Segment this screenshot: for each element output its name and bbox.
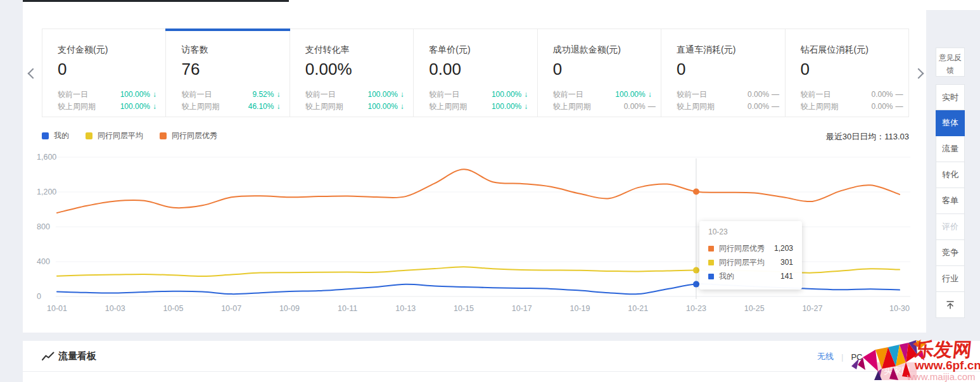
compare-value: 100.00% bbox=[606, 89, 646, 101]
flat-dash-icon bbox=[646, 101, 659, 113]
card-refund-amount[interactable]: 成功退款金额(元) 0 较前一日100.00% 较上周同期0.00% bbox=[538, 29, 661, 117]
card-value: 0 bbox=[677, 60, 784, 79]
hover-dot bbox=[693, 189, 699, 195]
down-arrow-icon bbox=[398, 101, 412, 113]
hover-dot bbox=[693, 267, 699, 274]
sidebar-item-traffic[interactable]: 流量 bbox=[936, 136, 965, 162]
compare-label: 较前一日 bbox=[429, 89, 482, 101]
compare-value: 0.00% bbox=[606, 101, 646, 113]
x-tick-label: 10-15 bbox=[454, 304, 474, 313]
down-arrow-icon bbox=[398, 89, 412, 101]
x-tick-label: 10-03 bbox=[105, 304, 125, 313]
legend-swatch-icon bbox=[86, 132, 92, 139]
card-value: 0.00% bbox=[305, 60, 413, 79]
compare-label: 较上周同期 bbox=[305, 101, 359, 113]
down-arrow-icon bbox=[521, 101, 535, 113]
sidebar-item-reviews[interactable]: 评价 bbox=[936, 214, 965, 240]
legend-label: 同行同层优秀 bbox=[172, 131, 217, 141]
flat-dash-icon bbox=[769, 101, 783, 113]
avg-30d-caption: 最近30日日均：113.03 bbox=[719, 131, 909, 143]
device-switch: 无线 | PC bbox=[817, 351, 862, 362]
divider: | bbox=[841, 352, 843, 362]
down-arrow-icon bbox=[521, 89, 535, 101]
down-arrow-icon bbox=[646, 89, 659, 101]
series-line-同行同层优秀 bbox=[57, 169, 900, 213]
legend-label: 同行同层平均 bbox=[98, 131, 143, 141]
x-tick-label: 10-27 bbox=[802, 304, 822, 313]
metric-cards-row: 支付金额(元) 0 较前一日100.00% 较上周同期100.00% 访客数 7… bbox=[42, 29, 909, 117]
card-title: 客单价(元) bbox=[429, 44, 537, 56]
card-value: 0.00 bbox=[429, 60, 537, 79]
compare-label: 较前一日 bbox=[181, 89, 234, 101]
card-value: 76 bbox=[181, 60, 289, 79]
compare-value: 9.52% bbox=[234, 89, 274, 101]
card-avg-order-value[interactable]: 客单价(元) 0.00 较前一日100.00% 较上周同期100.00% bbox=[414, 29, 537, 117]
compare-label: 较前一日 bbox=[305, 89, 359, 101]
down-arrow-icon bbox=[274, 101, 288, 113]
card-title: 成功退款金额(元) bbox=[553, 44, 661, 56]
card-value: 0 bbox=[58, 60, 165, 79]
traffic-board-section: 流量看板 无线 | PC bbox=[23, 341, 980, 382]
compare-label: 较前一日 bbox=[801, 89, 854, 101]
y-tick-label: 1,200 bbox=[37, 188, 56, 196]
top-edge-bar bbox=[23, 0, 289, 2]
compare-value: 100.00% bbox=[111, 89, 150, 101]
legend-item-mine[interactable]: 我的 bbox=[42, 131, 69, 141]
x-tick-label: 10-23 bbox=[686, 304, 706, 313]
legend-item-peer-best[interactable]: 同行同层优秀 bbox=[160, 131, 217, 141]
flat-dash-icon bbox=[893, 89, 907, 101]
compare-label: 较前一日 bbox=[553, 89, 606, 101]
tooltip-row: 同行同层平均301 bbox=[708, 255, 793, 269]
compare-value: 0.00% bbox=[854, 101, 893, 113]
x-tick-label: 10-07 bbox=[221, 304, 241, 313]
compare-label: 较上周同期 bbox=[553, 101, 606, 113]
y-tick-label: 1,600 bbox=[37, 153, 56, 162]
card-value: 0 bbox=[801, 60, 908, 79]
sidebar-item-industry[interactable]: 行业 bbox=[936, 266, 965, 292]
compare-label: 较上周同期 bbox=[677, 101, 730, 113]
right-sidebar: 意见反馈 实时 整体 流量 转化 客单 评价 竞争 行业 bbox=[936, 48, 965, 318]
down-arrow-icon bbox=[274, 89, 288, 101]
card-pay-amount[interactable]: 支付金额(元) 0 较前一日100.00% 较上周同期100.00% bbox=[42, 29, 166, 117]
card-diamond-spend[interactable]: 钻石展位消耗(元) 0 较前一日0.00% 较上周同期0.00% bbox=[786, 29, 908, 117]
card-conversion-rate[interactable]: 支付转化率 0.00% 较前一日100.00% 较上周同期100.00% bbox=[290, 29, 414, 117]
card-visitors[interactable]: 访客数 76 较前一日9.52% 较上周同期46.10% bbox=[166, 29, 290, 117]
x-tick-label: 10-17 bbox=[512, 304, 532, 313]
tooltip-row: 同行同层优秀1,203 bbox=[708, 241, 793, 255]
feedback-button[interactable]: 意见反馈 bbox=[936, 48, 965, 77]
sidebar-item-competition[interactable]: 竞争 bbox=[936, 240, 965, 266]
hover-dot bbox=[693, 281, 699, 288]
compare-value: 100.00% bbox=[359, 89, 398, 101]
legend-swatch-icon bbox=[708, 246, 714, 251]
compare-value: 46.10% bbox=[234, 101, 274, 113]
card-value: 0 bbox=[553, 60, 661, 79]
compare-value: 0.00% bbox=[854, 89, 893, 101]
trend-icon bbox=[42, 352, 54, 362]
compare-label: 较上周同期 bbox=[801, 101, 854, 113]
flat-dash-icon bbox=[893, 101, 907, 113]
section-title: 流量看板 bbox=[58, 350, 96, 362]
compare-label: 较前一日 bbox=[677, 89, 730, 101]
tooltip-row: 我的141 bbox=[708, 269, 793, 283]
active-card-bar bbox=[165, 29, 290, 31]
legend-item-peer-avg[interactable]: 同行同层平均 bbox=[86, 131, 143, 141]
back-to-top-icon bbox=[945, 300, 955, 310]
sidebar-item-conversion[interactable]: 转化 bbox=[936, 162, 965, 188]
x-tick-label: 10-25 bbox=[744, 304, 765, 313]
tab-pc[interactable]: PC bbox=[851, 352, 862, 362]
back-to-top-button[interactable] bbox=[936, 292, 965, 318]
x-tick-label: 10-09 bbox=[279, 304, 300, 313]
compare-label: 较上周同期 bbox=[429, 101, 482, 113]
chart-tooltip: 10-23 同行同层优秀1,203 同行同层平均301 我的141 bbox=[699, 221, 802, 290]
sidebar-item-order[interactable]: 客单 bbox=[936, 188, 965, 214]
compare-label: 较上周同期 bbox=[181, 101, 234, 113]
sidebar-item-realtime[interactable]: 实时 bbox=[936, 84, 965, 110]
tab-wireless[interactable]: 无线 bbox=[817, 351, 834, 362]
compare-value: 100.00% bbox=[359, 101, 398, 113]
sidebar-item-overall[interactable]: 整体 bbox=[936, 110, 965, 136]
card-ztc-spend[interactable]: 直通车消耗(元) 0 较前一日0.00% 较上周同期0.00% bbox=[661, 29, 785, 117]
legend-swatch-icon bbox=[160, 132, 167, 139]
flat-dash-icon bbox=[769, 89, 783, 101]
compare-value: 0.00% bbox=[730, 101, 769, 113]
legend-swatch-icon bbox=[708, 260, 714, 265]
